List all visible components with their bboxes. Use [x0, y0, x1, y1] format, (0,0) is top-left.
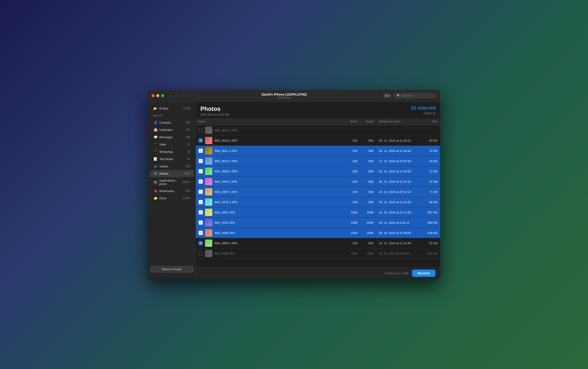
row-checkbox[interactable]: [199, 241, 203, 245]
row-checkbox[interactable]: [199, 138, 203, 143]
row-checkbox[interactable]: [199, 179, 203, 184]
view-toggle[interactable]: ⊞ ▾: [383, 93, 391, 98]
calendars-count: 179: [186, 128, 190, 131]
cell-size: 838 KB: [422, 228, 440, 238]
table-row[interactable]: IMG_9515 2.JPG 322 580 26. 11. 2024 at 1…: [196, 135, 440, 146]
sidebar-item-videos[interactable]: 🎥 Videos 528: [150, 163, 194, 170]
footer-file-info: 12 files on 4,1 MB: [385, 272, 408, 275]
row-checkbox[interactable]: [199, 231, 203, 235]
sidebar-item-other[interactable]: 📁 Other 35290: [150, 195, 194, 202]
home-button[interactable]: ⌂: [180, 93, 186, 98]
row-checkbox[interactable]: [199, 159, 203, 163]
sidebar-item-contacts[interactable]: 👤 Contacts 363: [150, 119, 194, 126]
back-button[interactable]: ‹: [169, 93, 173, 99]
thumbnail: [205, 250, 212, 257]
table-row[interactable]: IMG_9442 2.JPG 326 580 26. 11. 2024 at 1…: [196, 176, 440, 187]
contacts-label: Contacts: [159, 121, 171, 124]
sidebar-item-calendars[interactable]: 📅 Calendars 179: [150, 126, 194, 133]
contacts-icon: 👤: [153, 120, 158, 124]
col-header-date: Modification date ⇅: [376, 118, 422, 125]
search-box[interactable]: 🔍: [394, 93, 436, 99]
traffic-lights: [152, 94, 164, 97]
row-checkbox[interactable]: [199, 221, 203, 225]
search-input[interactable]: [402, 94, 434, 97]
sidebar-item-messages[interactable]: 💬 Messages 189: [150, 133, 194, 141]
table-row[interactable]: IMG_9625 2.JPG: [196, 125, 440, 135]
device-name: David's iPhone (J22PKJJ70G): [262, 92, 307, 96]
folder-icon: 📂: [153, 107, 157, 110]
cell-size: 66 KB: [422, 197, 440, 207]
cell-height: 2048: [360, 207, 376, 218]
show-finder-button[interactable]: Show in Finder: [150, 266, 194, 273]
cell-name: IMG_9397 2.JPG: [196, 187, 344, 197]
whatsapp-count: 20: [187, 150, 190, 153]
cell-width: 1536: [344, 248, 360, 259]
table-row[interactable]: IMG_9367.JPG 1536 2048 16. 10. 2024 at 1…: [196, 207, 440, 218]
filename: IMG_9625 2.JPG: [215, 129, 237, 132]
sidebar-item-whatsapp[interactable]: 📱 WhatsApp 20: [150, 148, 194, 155]
cell-date: 26. 10. 2024 at 12:39:03: [376, 228, 422, 238]
row-checkbox[interactable]: [199, 200, 203, 204]
table-row[interactable]: IMG_9269 2.JPG 326 580 26. 11. 2024 at 1…: [196, 238, 440, 248]
row-checkbox[interactable]: [199, 149, 203, 153]
minimize-button[interactable]: [156, 94, 159, 97]
close-button[interactable]: [152, 94, 155, 97]
sidebar-item-all-files[interactable]: 📂 All files 73,8K: [150, 105, 194, 112]
sidebar-item-appphoto[interactable]: 📷 Applications photo 33874: [150, 177, 194, 187]
videos-label: Videos: [159, 165, 168, 168]
appphoto-label: Applications photo: [159, 179, 182, 186]
row-checkbox[interactable]: [199, 190, 203, 194]
other-icon: 📁: [153, 196, 158, 200]
filename: IMG_9510 2.JPG: [215, 159, 237, 163]
maximize-button[interactable]: [161, 94, 164, 97]
thumbnail: [205, 198, 212, 206]
row-checkbox[interactable]: [199, 128, 203, 132]
table-row[interactable]: IMG_9266.JPG 1536 2048 26. 11. 2024 at 9…: [196, 248, 440, 259]
resize-handle[interactable]: ⇅: [400, 120, 403, 123]
grid-icon: ⊞: [385, 94, 387, 97]
sidebar-item-bookmarks[interactable]: 🔖 Bookmarks 581: [150, 187, 194, 195]
table-row[interactable]: IMG_9510 2.JPG 326 580 27. 12. 2023 at 2…: [196, 156, 440, 166]
appphoto-icon: 📷: [153, 180, 157, 184]
row-checkbox[interactable]: [199, 210, 203, 214]
table-row[interactable]: IMG_9375 2.JPG 326 580 26. 11. 2024 at 1…: [196, 197, 440, 207]
titlebar: ‹ › ⌂ David's iPhone (J22PKJJ70G) iOS Ba…: [148, 90, 440, 102]
cell-date: 27. 12. 2023 at 23:05:25: [376, 156, 422, 166]
table-row[interactable]: IMG_9506 2.JPG 326 580 26. 11. 2024 at 1…: [196, 166, 440, 176]
library-section-label: Library: [148, 113, 196, 119]
cell-width: 1536: [344, 218, 360, 228]
table-row[interactable]: IMG_9511 2.JPG 326 580 26. 11. 2024 at 1…: [196, 146, 440, 156]
table-row[interactable]: IMG_9322.JPG 1536 2048 20. 11. 2024 at 8…: [196, 218, 440, 228]
cell-size: [422, 125, 440, 135]
filename: IMG_9511 2.JPG: [215, 149, 237, 153]
forward-button[interactable]: ›: [174, 93, 178, 99]
content-area: Photos 3261 files on 4,05 GB 12 selected…: [196, 102, 440, 279]
cell-height: 2048: [360, 218, 376, 228]
file-table-container[interactable]: Name Width Height Modification date ⇅: [196, 118, 440, 267]
filename: IMG_9322.JPG: [215, 221, 235, 225]
col-header-height: Height: [360, 118, 376, 125]
cell-name: IMG_9510 2.JPG: [196, 156, 344, 166]
cell-name: IMG_9625 2.JPG: [196, 125, 344, 135]
thumbnail: [205, 168, 212, 175]
sidebar-item-viber[interactable]: 📱 Viber 11: [150, 141, 194, 148]
cell-name: IMG_9266.JPG: [196, 248, 344, 259]
select-all-button[interactable]: Select all: [423, 112, 436, 115]
thumbnail: [205, 229, 212, 236]
table-row[interactable]: IMG_9397 2.JPG 326 580 24. 12. 2023 at 2…: [196, 187, 440, 197]
cell-date: 26. 11. 2024 at 11:40:53: [376, 166, 422, 176]
cell-date: 16. 10. 2024 at 12:11:06: [376, 207, 422, 218]
sidebar-item-textnotes[interactable]: 📝 Text Notes 45: [150, 155, 194, 163]
col-header-size: Size: [422, 118, 440, 125]
sidebar-bottom: Show in Finder: [148, 263, 196, 276]
cell-date: 24. 12. 2023 at 23:12:13: [376, 187, 422, 197]
cell-width: 322: [344, 135, 360, 146]
bookmarks-label: Bookmarks: [159, 189, 174, 193]
table-row[interactable]: IMG_9309.JPG 1536 2048 26. 10. 2024 at 1…: [196, 228, 440, 238]
row-checkbox[interactable]: [199, 169, 203, 173]
sidebar-item-photos[interactable]: 🖼 Photos 3261: [150, 170, 194, 177]
calendars-label: Calendars: [159, 128, 173, 132]
recover-button[interactable]: Recover: [412, 270, 436, 277]
cell-width: 1536: [344, 207, 360, 218]
row-checkbox[interactable]: [199, 251, 203, 256]
